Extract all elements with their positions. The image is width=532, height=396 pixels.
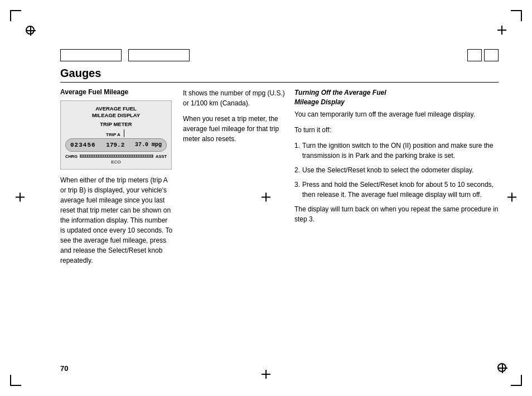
fuel-display-diagram: AVERAGE FUEL MILEAGE DISPLAY TRIP METER … bbox=[60, 100, 172, 170]
steps-list: 1. Turn the ignition switch to the ON (I… bbox=[294, 141, 499, 200]
trip-label: TRIP METER bbox=[65, 121, 167, 127]
step-num-3: 3. bbox=[294, 180, 300, 200]
mid-body-text-2: When you reset a trip meter, the average… bbox=[183, 114, 286, 144]
charge-label: CHRG bbox=[65, 154, 78, 159]
asst-label: ASST bbox=[156, 154, 167, 159]
top-rect-1[interactable] bbox=[60, 49, 122, 61]
reg-circle-tl bbox=[26, 26, 35, 36]
footer-text: The display will turn back on when you r… bbox=[294, 204, 499, 224]
trip-indicator: TRIP A bbox=[106, 132, 120, 137]
small-box-2 bbox=[484, 49, 499, 61]
lcd-trip-value: 179.2 bbox=[106, 142, 124, 148]
reg-circle-br bbox=[497, 363, 506, 374]
corner-mark-bl bbox=[10, 375, 21, 386]
step-text-1: Turn the ignition switch to the ON (II) … bbox=[302, 141, 499, 161]
reg-circle-tr bbox=[497, 26, 506, 36]
corner-mark-br bbox=[511, 375, 522, 386]
reg-right bbox=[507, 193, 516, 204]
corner-mark-tr bbox=[511, 10, 522, 21]
top-rect-2[interactable] bbox=[128, 49, 190, 61]
main-content: Average Fuel Mileage AVERAGE FUEL MILEAG… bbox=[60, 88, 499, 351]
right-italic-heading: Turning Off the Average Fuel Mileage Dis… bbox=[294, 88, 499, 107]
arrow-line bbox=[124, 129, 124, 137]
left-section-heading: Average Fuel Mileage bbox=[60, 88, 174, 96]
corner-mark-tl bbox=[10, 10, 21, 21]
eco-row: ECO bbox=[65, 160, 167, 165]
display-label: AVERAGE FUEL MILEAGE DISPLAY bbox=[65, 105, 167, 119]
charge-bar-row: CHRG ASST bbox=[65, 154, 167, 159]
reg-bottom bbox=[262, 370, 270, 380]
left-column: Average Fuel Mileage AVERAGE FUEL MILEAG… bbox=[60, 88, 183, 351]
page-number: 70 bbox=[60, 364, 68, 373]
list-item: 2. Use the Select/Reset knob to select t… bbox=[294, 165, 499, 175]
right-column: Turning Off the Average Fuel Mileage Dis… bbox=[294, 88, 499, 351]
to-turn-off-label: To turn it off: bbox=[294, 125, 499, 135]
left-body-text: When either of the trip meters (trip A o… bbox=[60, 175, 174, 265]
section-title-area: Gauges bbox=[60, 67, 499, 83]
right-intro-text: You can temporarily turn off the average… bbox=[294, 109, 499, 119]
title-rule bbox=[60, 82, 499, 83]
small-box-1 bbox=[467, 49, 482, 61]
lcd-area: TRIP A 023456 179.2 37.0 mpg bbox=[65, 138, 167, 152]
lcd-mpg-value: 37.0 mpg bbox=[135, 142, 162, 148]
mid-column: It shows the number of mpg (U.S.) or 1/1… bbox=[183, 88, 294, 351]
step-num-2: 2. bbox=[294, 165, 300, 175]
lcd-odometer: 023456 bbox=[70, 142, 96, 148]
step-num-1: 1. bbox=[294, 141, 300, 161]
page-title: Gauges bbox=[60, 67, 499, 80]
mid-body-text-1: It shows the number of mpg (U.S.) or 1/1… bbox=[183, 88, 286, 108]
step-text-3: Press and hold the Select/Reset knob for… bbox=[302, 180, 499, 200]
step-text-2: Use the Select/Reset knob to select the … bbox=[302, 165, 473, 175]
list-item: 1. Turn the ignition switch to the ON (I… bbox=[294, 141, 499, 161]
charge-bar bbox=[80, 154, 153, 158]
top-right-boxes bbox=[467, 49, 499, 61]
eco-label: ECO bbox=[111, 160, 120, 165]
reg-left bbox=[16, 193, 25, 204]
top-nav-bar bbox=[60, 49, 190, 61]
list-item: 3. Press and hold the Select/Reset knob … bbox=[294, 180, 499, 200]
